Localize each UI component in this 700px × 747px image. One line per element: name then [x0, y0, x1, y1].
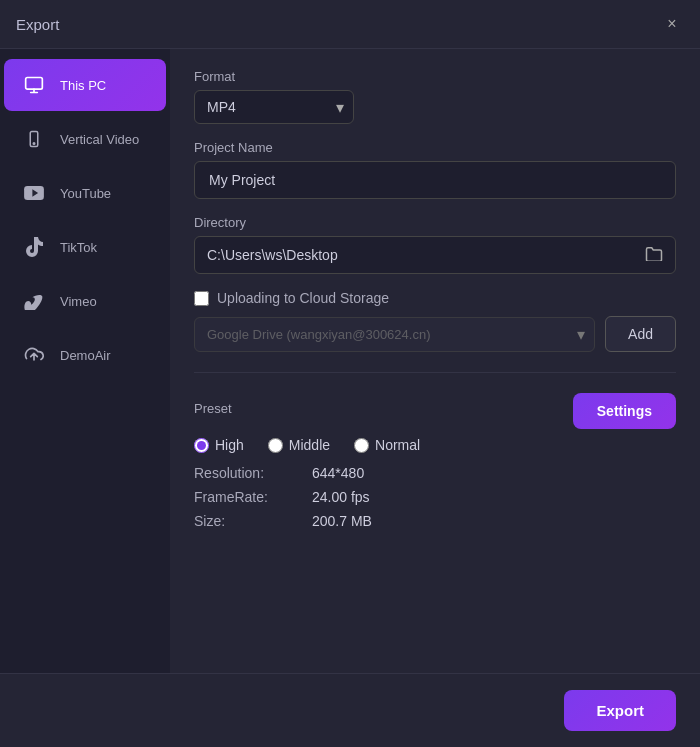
project-name-section: Project Name [194, 140, 676, 199]
sidebar-item-youtube[interactable]: YouTube [4, 167, 166, 219]
cloud-upload-icon [20, 341, 48, 369]
preset-section: Preset Settings High Middle Normal [194, 393, 676, 529]
preset-normal-radio[interactable] [354, 438, 369, 453]
stat-resolution: Resolution: 644*480 [194, 465, 676, 481]
title-bar: Export × [0, 0, 700, 49]
project-name-label: Project Name [194, 140, 676, 155]
framerate-value: 24.00 fps [312, 489, 370, 505]
size-label: Size: [194, 513, 304, 529]
sidebar-item-vimeo[interactable]: Vimeo [4, 275, 166, 327]
framerate-label: FrameRate: [194, 489, 304, 505]
vimeo-icon [20, 287, 48, 315]
preset-middle-label: Middle [289, 437, 330, 453]
preset-normal[interactable]: Normal [354, 437, 420, 453]
dialog-title: Export [16, 16, 59, 33]
preset-middle[interactable]: Middle [268, 437, 330, 453]
format-section: Format MP4 AVI MOV MKV GIF ▾ [194, 69, 676, 124]
sidebar: This PC Vertical Video [0, 49, 170, 673]
sidebar-item-vimeo-label: Vimeo [60, 294, 97, 309]
sidebar-item-demoair[interactable]: DemoAir [4, 329, 166, 381]
sidebar-item-tiktok[interactable]: TikTok [4, 221, 166, 273]
stat-framerate: FrameRate: 24.00 fps [194, 489, 676, 505]
stat-size: Size: 200.7 MB [194, 513, 676, 529]
preset-high[interactable]: High [194, 437, 244, 453]
folder-icon[interactable] [645, 245, 663, 265]
directory-label: Directory [194, 215, 676, 230]
sidebar-item-youtube-label: YouTube [60, 186, 111, 201]
preset-middle-radio[interactable] [268, 438, 283, 453]
youtube-icon [20, 179, 48, 207]
cloud-storage-section: Uploading to Cloud Storage Google Drive … [194, 290, 676, 352]
cloud-storage-checkbox[interactable] [194, 291, 209, 306]
resolution-value: 644*480 [312, 465, 364, 481]
format-select-wrapper: MP4 AVI MOV MKV GIF ▾ [194, 90, 354, 124]
tiktok-icon [20, 233, 48, 261]
export-dialog: Export × This PC [0, 0, 700, 747]
format-select[interactable]: MP4 AVI MOV MKV GIF [194, 90, 354, 124]
cloud-row: Google Drive (wangxiyan@300624.cn) ▾ Add [194, 316, 676, 352]
phone-icon [20, 125, 48, 153]
sidebar-item-this-pc[interactable]: This PC [4, 59, 166, 111]
add-cloud-button[interactable]: Add [605, 316, 676, 352]
settings-button[interactable]: Settings [573, 393, 676, 429]
divider [194, 372, 676, 373]
cloud-checkbox-row: Uploading to Cloud Storage [194, 290, 676, 306]
directory-section: Directory C:\Users\ws\Desktop [194, 215, 676, 274]
sidebar-item-tiktok-label: TikTok [60, 240, 97, 255]
preset-radio-group: High Middle Normal [194, 437, 676, 453]
sidebar-item-vertical-video-label: Vertical Video [60, 132, 139, 147]
cloud-select-wrapper: Google Drive (wangxiyan@300624.cn) ▾ [194, 317, 595, 352]
cloud-provider-select[interactable]: Google Drive (wangxiyan@300624.cn) [194, 317, 595, 352]
size-value: 200.7 MB [312, 513, 372, 529]
export-button[interactable]: Export [564, 690, 676, 731]
sidebar-item-this-pc-label: This PC [60, 78, 106, 93]
preset-label: Preset [194, 401, 232, 416]
project-name-input[interactable] [194, 161, 676, 199]
close-button[interactable]: × [660, 12, 684, 36]
preset-high-label: High [215, 437, 244, 453]
bottom-bar: Export [0, 673, 700, 747]
right-panel: Format MP4 AVI MOV MKV GIF ▾ Project Nam… [170, 49, 700, 673]
cloud-storage-label[interactable]: Uploading to Cloud Storage [217, 290, 389, 306]
directory-path: C:\Users\ws\Desktop [207, 247, 637, 263]
svg-point-2 [33, 143, 35, 145]
resolution-label: Resolution: [194, 465, 304, 481]
sidebar-item-demoair-label: DemoAir [60, 348, 111, 363]
sidebar-item-vertical-video[interactable]: Vertical Video [4, 113, 166, 165]
stats-grid: Resolution: 644*480 FrameRate: 24.00 fps… [194, 465, 676, 529]
svg-rect-0 [26, 78, 43, 90]
main-content: This PC Vertical Video [0, 49, 700, 673]
preset-high-radio[interactable] [194, 438, 209, 453]
preset-normal-label: Normal [375, 437, 420, 453]
computer-icon [20, 71, 48, 99]
directory-row: C:\Users\ws\Desktop [194, 236, 676, 274]
format-label: Format [194, 69, 676, 84]
preset-header: Preset Settings [194, 393, 676, 429]
